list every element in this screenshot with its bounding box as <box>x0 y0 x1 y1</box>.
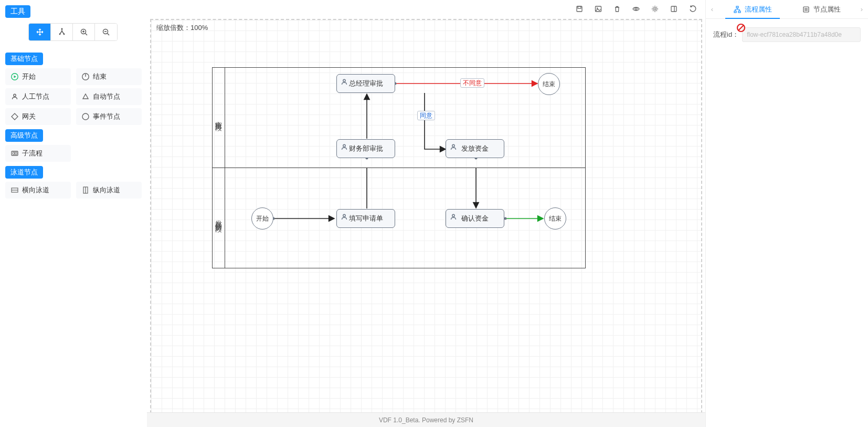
node-confirm[interactable]: 确认资金 <box>446 209 504 228</box>
lane-initiate[interactable]: 发起确认阶段 <box>213 168 585 268</box>
edge-label-disagree[interactable]: 不同意 <box>460 78 484 88</box>
tool-mode-group <box>28 23 118 41</box>
preview-button[interactable] <box>632 5 641 14</box>
forbidden-icon <box>736 23 746 33</box>
tab-flow-props[interactable]: 流程属性 <box>718 0 787 18</box>
flow-id-row: 流程id： <box>706 19 868 50</box>
person-icon <box>10 92 19 101</box>
canvas-toolbar <box>147 0 705 19</box>
lane-title: 审批阶段 <box>214 116 224 120</box>
node-dispatch[interactable]: 发放资金 <box>446 139 504 158</box>
swimlane-pool[interactable]: 审批阶段 <box>212 67 586 268</box>
node-start[interactable]: 开始 <box>251 207 273 230</box>
tabs-prev[interactable]: ‹ <box>706 5 718 13</box>
edge-label-agree[interactable]: 同意 <box>417 111 435 120</box>
settings-button[interactable] <box>651 5 660 14</box>
palette-human[interactable]: 人工节点 <box>5 88 71 105</box>
node-fin-review[interactable]: 财务部审批 <box>336 139 395 158</box>
hlane-icon <box>10 186 19 194</box>
panel-toggle-button[interactable] <box>670 5 679 14</box>
cat-advanced-chip: 高级节点 <box>5 129 43 142</box>
node-end-bot[interactable]: 结束 <box>544 207 566 230</box>
play-circle-icon <box>10 72 19 81</box>
footer: VDF 1.0_Beta. Powered by ZSFN <box>147 412 705 427</box>
tools-chip: 工具 <box>5 5 30 18</box>
flow-id-label: 流程id： <box>713 30 739 39</box>
branch-tool[interactable] <box>51 24 73 40</box>
right-panel: ‹ 流程属性 节点属性 › 流程id： <box>705 0 868 427</box>
sidebar: 工具 基础节点 开始 结束 人工节点 自动节点 网关 事件节点 高级节点 子流程… <box>0 0 147 427</box>
diamond-icon <box>10 112 19 121</box>
zoom-out-tool[interactable] <box>95 24 117 40</box>
power-icon <box>81 72 90 81</box>
zoom-label: 缩放倍数：100% <box>156 23 208 33</box>
flow-id-input[interactable] <box>742 27 861 42</box>
vlane-icon <box>81 186 90 194</box>
refresh-button[interactable] <box>689 5 698 14</box>
tabs-next[interactable]: › <box>855 5 868 13</box>
export-image-button[interactable] <box>594 5 604 14</box>
canvas[interactable]: 缩放倍数：100% x: 3240, y: 2936 审批阶段 <box>150 19 702 424</box>
palette-start[interactable]: 开始 <box>5 68 71 85</box>
palette-hlane[interactable]: 横向泳道 <box>5 182 71 199</box>
palette-auto[interactable]: 自动节点 <box>76 88 142 105</box>
save-button[interactable] <box>575 5 585 14</box>
svg-point-49 <box>504 217 507 220</box>
move-tool[interactable] <box>29 24 51 40</box>
palette-vlane[interactable]: 纵向泳道 <box>76 182 142 199</box>
node-end-top[interactable]: 结束 <box>538 73 560 95</box>
main-area: 缩放倍数：100% x: 3240, y: 2936 审批阶段 <box>147 0 705 427</box>
delete-button[interactable] <box>613 5 622 14</box>
zoom-in-tool[interactable] <box>73 24 95 40</box>
node-fill-form[interactable]: 填写申请单 <box>336 209 395 228</box>
tab-node-props[interactable]: 节点属性 <box>787 0 856 18</box>
circle-icon <box>81 112 90 121</box>
triangle-icon <box>81 92 90 101</box>
node-gm-review[interactable]: 总经理审批 <box>336 74 395 93</box>
subflow-icon <box>10 149 19 158</box>
cat-lane-chip: 泳道节点 <box>5 166 43 179</box>
palette-gateway[interactable]: 网关 <box>5 108 71 125</box>
palette-subflow[interactable]: 子流程 <box>5 145 71 162</box>
palette-event[interactable]: 事件节点 <box>76 108 142 125</box>
lane-title: 发起确认阶段 <box>214 215 224 221</box>
lane-approval[interactable]: 审批阶段 <box>213 68 585 168</box>
cat-basic-chip: 基础节点 <box>5 53 43 65</box>
palette-end[interactable]: 结束 <box>76 68 142 85</box>
